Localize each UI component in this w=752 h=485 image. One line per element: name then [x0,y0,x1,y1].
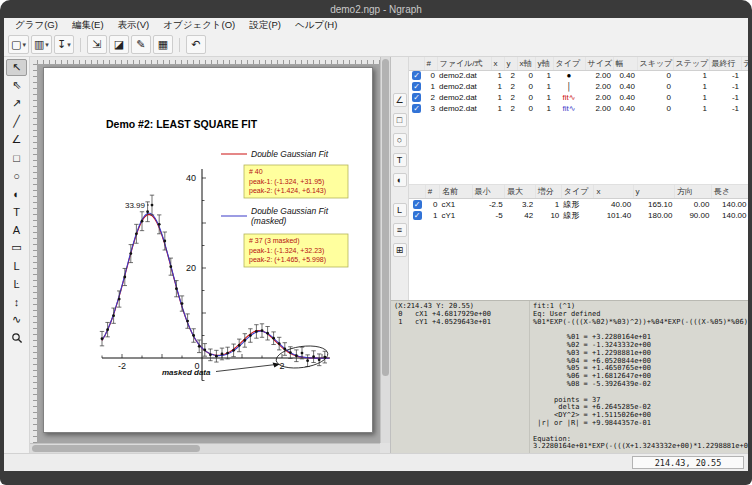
column-header[interactable]: x [594,185,633,198]
merge-tab[interactable]: ⊞ [393,243,407,257]
polyline-tool[interactable]: ∠ [6,131,27,148]
dropdown-arrow-icon[interactable]: ▾ [45,41,49,49]
spreadsheet-button[interactable]: ▦ [153,35,173,54]
row-checkbox[interactable]: ✓ [413,200,422,209]
column-header[interactable]: 最小 [472,185,505,198]
menu-edit[interactable]: 編集(E) [65,19,111,32]
titlebar[interactable]: demo2.ngp - Ngraph [0,0,752,18]
axis-list-tab[interactable]: ≡ [393,223,407,237]
axis-list: #名前最小最大増分タイプxy方向長さ✓0cX1-2.53.21線形40.0016… [409,185,748,300]
plot-type-icon: ● [567,71,572,80]
circle-objects-tab[interactable]: ○ [393,133,407,147]
menu-view[interactable]: 表示(V) [111,19,157,32]
menu-graph[interactable]: グラフ(G) [8,19,65,32]
circle-tool[interactable]: ○ [6,167,27,184]
line-tool[interactable]: ╱ [6,113,27,130]
column-header[interactable]: y軸 [535,57,553,70]
rectangle-objects-tab[interactable]: □ [393,113,407,127]
data-clear-button[interactable]: ◪ [109,35,129,54]
column-header[interactable]: デー [741,57,748,70]
zoom-tool[interactable] [6,329,27,346]
cell: 140.00 [711,210,748,221]
text-objects-tab[interactable]: T [393,153,407,167]
horizontal-scrollbar[interactable] [30,443,380,453]
cell: 1 [491,92,504,103]
column-header[interactable]: 増分 [535,185,561,198]
column-header[interactable]: 長さ [711,185,748,198]
dropdown-arrow-icon[interactable]: ▾ [22,41,26,49]
cell: 0.40 [613,70,637,81]
gauss-tool[interactable]: ∿ [6,311,27,328]
data-file-row[interactable]: ✓1demo2.dat1201│2.000.4001-1 [409,81,748,92]
cell: 101.40 [594,210,633,221]
column-header[interactable]: x軸 [517,57,535,70]
column-header[interactable]: # [425,185,439,198]
text-tool[interactable]: T [6,203,27,220]
row-checkbox[interactable]: ✓ [412,82,421,91]
column-header[interactable]: x [491,57,504,70]
frame-graph-tool[interactable]: L [6,257,27,274]
right-panel: ∠□○T◐ L≡⊞ #ファイル/式xyx軸y軸タイプサイズ幅スキップステップ最終… [390,57,748,453]
cell: -1 [709,81,741,92]
row-checkbox[interactable]: ✓ [413,211,422,220]
rectangle-tool[interactable]: □ [6,149,27,166]
menu-preference[interactable]: 設定(P) [242,19,288,32]
frame-tool[interactable]: ▭ [6,239,27,256]
undo-button[interactable]: ↶ [186,35,206,54]
load-data-button[interactable]: ▥▾ [31,35,52,54]
canvas-viewport[interactable]: -2022040Demo #2: LEAST SQUARE FIT33.99Do… [37,64,380,443]
section-graph-tool[interactable]: Ŀ [6,275,27,292]
load-data-icon: ▥ [34,38,44,51]
data-file-row[interactable]: ✓3demo2.dat1201fit∿2.000.4001-1 [409,103,748,114]
column-header[interactable]: y [504,57,517,70]
column-header[interactable]: サイズ [585,57,613,70]
column-header[interactable]: ファイル/式 [437,57,491,70]
row-checkbox[interactable]: ✓ [412,71,421,80]
draw-button[interactable]: ✎ [131,35,151,54]
column-header[interactable]: タイプ [561,185,594,198]
single-axis-tool[interactable]: ↕ [6,293,27,310]
column-header[interactable]: タイプ [553,57,585,70]
column-header[interactable]: 幅 [613,57,637,70]
mark-objects-tab[interactable]: ◐ [393,173,407,187]
line-objects-tab[interactable]: ∠ [393,93,407,107]
note-line: peak-2: (+1.465, +5.998) [249,256,326,264]
axis-frame-tab[interactable]: L [393,203,407,217]
column-header[interactable]: ステップ [673,57,709,70]
column-header[interactable]: スキップ [637,57,673,70]
row-checkbox[interactable]: ✓ [412,104,421,113]
menu-object[interactable]: オブジェクト(O) [156,19,242,32]
column-header[interactable]: 最大 [505,185,535,198]
cell: 0.40 [613,92,637,103]
column-header[interactable]: y [633,185,674,198]
axis-pointer-tool[interactable]: ↗ [6,95,27,112]
pointer-tool[interactable]: ↖ [6,59,27,76]
data-file-row[interactable]: ✓2demo2.dat1201fit∿2.000.4001-1 [409,92,748,103]
axis-row[interactable]: ✓0cX1-2.53.21線形40.00165.100.00140.00 [409,198,748,210]
new-graph-button[interactable]: ▢▾ [8,35,29,54]
horizontal-scrollbar-thumb[interactable] [32,445,200,452]
mark-tool[interactable]: ◐ [6,185,27,202]
save-graph-button[interactable]: ↧▾ [54,35,74,54]
graph-page[interactable]: -2022040Demo #2: LEAST SQUARE FIT33.99Do… [43,67,373,433]
cell: 180.00 [633,210,674,221]
column-header[interactable]: 名前 [439,185,472,198]
cell: 165.10 [633,198,674,210]
vertical-scrollbar[interactable] [380,57,390,443]
column-header[interactable]: 方向 [674,185,711,198]
legend-pointer-tool[interactable]: ⇖ [6,77,27,94]
column-header[interactable]: # [424,57,437,70]
note-line: peak-1: (-1.324, +31.95) [249,178,324,186]
row-checkbox[interactable]: ✓ [412,93,421,102]
information-console: (X:214.43 Y: 20.55) 0 cX1 +4.6817929e+00… [391,300,748,453]
vertical-scrollbar-thumb[interactable] [382,59,389,376]
axis-text-tool[interactable]: A [6,221,27,238]
column-header[interactable]: 最終行 [709,57,741,70]
axis-scale-zoom-button[interactable]: ⇲ [87,35,107,54]
axis-row[interactable]: ✓1cY1-54210線形101.40180.0090.00140.00 [409,210,748,221]
dropdown-arrow-icon[interactable]: ▾ [67,41,71,49]
cell: 2.00 [585,103,613,114]
menu-help[interactable]: ヘルプ(H) [288,19,344,32]
data-file-row[interactable]: ✓0demo2.dat1201●2.000.4001-1 [409,70,748,81]
window-content: グラフ(G)編集(E)表示(V)オブジェクト(O)設定(P)ヘルプ(H) ▢▾▥… [4,18,748,471]
